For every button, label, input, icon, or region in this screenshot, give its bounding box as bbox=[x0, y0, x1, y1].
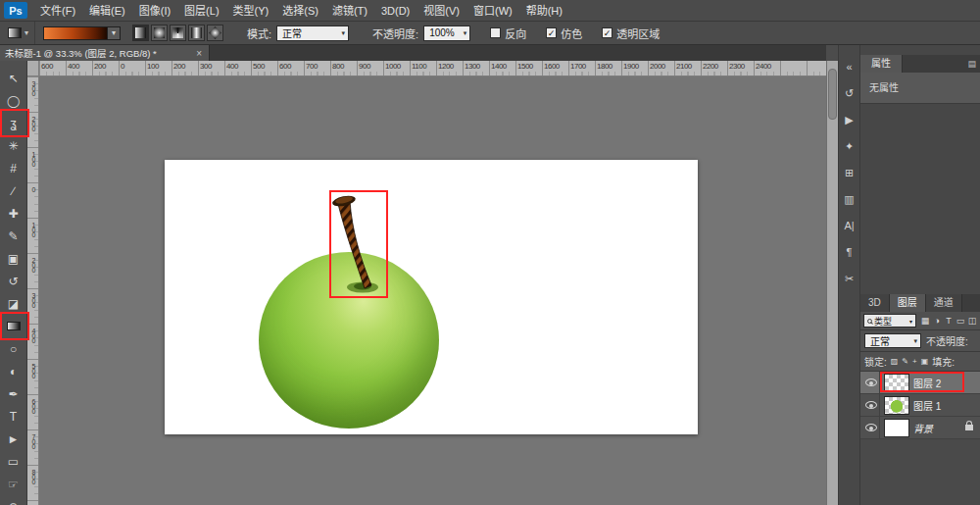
panel-menu-icon[interactable]: ▤ bbox=[962, 59, 980, 69]
checkbox-box[interactable]: ✓ bbox=[602, 27, 612, 38]
eyedropper-icon: ∕ bbox=[12, 184, 14, 198]
menu-item[interactable]: 视图(V) bbox=[416, 5, 466, 17]
gradient-preview[interactable] bbox=[43, 26, 108, 40]
zoom-tool[interactable]: ⊙ bbox=[0, 495, 26, 505]
menu-item[interactable]: 图像(I) bbox=[132, 5, 177, 17]
eyedropper-tool[interactable]: ∕ bbox=[0, 179, 26, 202]
artboard[interactable] bbox=[165, 160, 698, 434]
collapse-dock-icon[interactable]: « bbox=[840, 57, 859, 76]
tab-3d[interactable]: 3D bbox=[860, 294, 890, 312]
lock-transparency-icon[interactable]: ▨ bbox=[891, 357, 899, 366]
menu-item[interactable]: 文件(F) bbox=[33, 5, 82, 17]
reverse-checkbox[interactable]: 反向 bbox=[490, 25, 526, 41]
layer-row[interactable]: 图层 2 bbox=[860, 372, 980, 394]
linear-gradient-button[interactable] bbox=[132, 25, 149, 41]
ruler-label: 1300 bbox=[465, 62, 480, 71]
ruler-label: 2300 bbox=[729, 62, 745, 71]
ruler-label: 400 bbox=[68, 62, 79, 71]
menu-item[interactable]: 帮助(H) bbox=[519, 5, 569, 17]
blend-mode-select[interactable]: 正常 ▾ bbox=[864, 333, 921, 348]
gradient-picker-arrow[interactable]: ▾ bbox=[108, 26, 121, 40]
clone-source-icon[interactable]: ⊞ bbox=[840, 163, 859, 182]
tool-preset-picker[interactable]: ▾ bbox=[2, 22, 35, 44]
shape-tool[interactable]: ▭ bbox=[0, 450, 26, 473]
dodge-tool[interactable]: ◐ bbox=[0, 360, 26, 382]
history-icon[interactable]: ↺ bbox=[840, 83, 859, 103]
actions-icon[interactable]: ▶ bbox=[840, 110, 859, 129]
shape-filter-icon[interactable]: ▭ bbox=[955, 316, 966, 326]
lock-position-icon[interactable]: + bbox=[912, 357, 917, 366]
layer-thumbnail[interactable] bbox=[884, 419, 909, 437]
paragraph-icon[interactable]: ¶ bbox=[840, 242, 859, 262]
visibility-toggle[interactable] bbox=[862, 394, 880, 417]
path-selection-tool[interactable]: ► bbox=[0, 428, 26, 450]
horizontal-ruler: 6004002000100200300400500600700800900100… bbox=[39, 61, 826, 76]
type-filter-icon[interactable]: T bbox=[943, 316, 955, 326]
menu-item[interactable]: 选择(S) bbox=[275, 5, 325, 17]
filter-icons: ▦◑T▭◫ bbox=[919, 316, 978, 326]
brush-tool[interactable]: ✎ bbox=[0, 225, 26, 247]
filter-kind-select[interactable]: 类型 ▾ bbox=[863, 314, 916, 328]
diamond-gradient-button[interactable] bbox=[207, 25, 223, 41]
checkbox-box[interactable] bbox=[490, 27, 501, 38]
hand-tool[interactable]: ☞ bbox=[0, 473, 26, 495]
styles-icon[interactable]: ✦ bbox=[840, 136, 859, 156]
clone-stamp-tool[interactable]: ▣ bbox=[0, 247, 26, 270]
ruler-label: 1400 bbox=[491, 62, 507, 71]
ruler-label: 700 bbox=[29, 433, 37, 448]
menu-item[interactable]: 图层(L) bbox=[177, 5, 225, 17]
histogram-icon[interactable]: ▥ bbox=[840, 189, 859, 209]
quick-selection-tool[interactable]: ✳ bbox=[0, 134, 26, 157]
layer-row[interactable]: 背景 bbox=[860, 417, 980, 439]
quick-selection-icon: ✳ bbox=[8, 139, 18, 153]
menu-item[interactable]: 编辑(E) bbox=[82, 5, 132, 17]
pen-tool[interactable]: ✒ bbox=[0, 382, 26, 405]
adjustment-filter-icon[interactable]: ◑ bbox=[931, 316, 943, 326]
scissors-icon[interactable]: ✂ bbox=[840, 269, 859, 288]
blur-tool[interactable]: ○ bbox=[0, 337, 26, 360]
blend-mode-value: 正常 bbox=[870, 333, 890, 348]
menu-item[interactable]: 3D(D) bbox=[374, 5, 416, 17]
move-tool[interactable]: ↖ bbox=[0, 67, 26, 89]
angle-gradient-button[interactable] bbox=[170, 25, 186, 41]
reflected-gradient-button[interactable] bbox=[188, 25, 205, 41]
tab-channels[interactable]: 通道 bbox=[926, 294, 962, 312]
type-tool[interactable]: T bbox=[0, 405, 26, 428]
lock-all-icon[interactable]: ▣ bbox=[921, 357, 929, 366]
smart-object-filter-icon[interactable]: ◫ bbox=[966, 316, 978, 326]
layer-thumbnail[interactable] bbox=[884, 396, 909, 415]
transparency-checkbox[interactable]: ✓透明区域 bbox=[602, 25, 660, 41]
layer-thumbnail[interactable] bbox=[884, 374, 909, 392]
mode-select[interactable]: 正常 ▾ bbox=[276, 25, 349, 41]
hand-icon: ☞ bbox=[8, 478, 19, 491]
pixel-filter-icon[interactable]: ▦ bbox=[919, 316, 931, 326]
checkbox-box[interactable]: ✓ bbox=[546, 27, 557, 38]
healing-brush-tool[interactable]: ✚ bbox=[0, 202, 26, 225]
lasso-tool[interactable]: ʓ bbox=[0, 112, 26, 134]
character-icon[interactable]: A| bbox=[840, 216, 859, 235]
visibility-toggle[interactable] bbox=[862, 417, 880, 439]
vertical-scrollbar[interactable] bbox=[826, 61, 838, 505]
document-tab[interactable]: 未标题-1 @ 33.3% (图层 2, RGB/8) * × bbox=[0, 45, 210, 61]
dither-checkbox[interactable]: ✓仿色 bbox=[546, 25, 582, 41]
lock-pixels-icon[interactable]: ✎ bbox=[902, 357, 908, 366]
filter-kind-label: 类型 bbox=[874, 315, 892, 328]
canvas-area[interactable] bbox=[39, 76, 826, 505]
ruler-label: 200 bbox=[29, 116, 37, 130]
scrollbar-thumb[interactable] bbox=[828, 69, 837, 120]
tab-properties[interactable]: 属性 bbox=[860, 55, 903, 73]
tab-layers[interactable]: 图层 bbox=[890, 294, 926, 312]
radial-gradient-button[interactable] bbox=[151, 25, 168, 41]
crop-tool[interactable]: # bbox=[0, 157, 26, 179]
menu-item[interactable]: 窗口(W) bbox=[466, 5, 519, 17]
visibility-toggle[interactable] bbox=[862, 372, 880, 394]
menu-item[interactable]: 滤镜(T) bbox=[325, 5, 374, 17]
close-icon[interactable]: × bbox=[194, 48, 204, 59]
layer-row[interactable]: 图层 1 bbox=[860, 394, 980, 417]
angle-gradient-icon bbox=[172, 27, 183, 38]
history-brush-tool[interactable]: ↺ bbox=[0, 270, 26, 292]
gradient-tool[interactable] bbox=[0, 315, 26, 337]
menu-bar: 文件(F)编辑(E)图像(I)图层(L)类型(Y)选择(S)滤镜(T)3D(D)… bbox=[33, 0, 569, 22]
opacity-select[interactable]: 100% ▾ bbox=[423, 25, 470, 41]
menu-item[interactable]: 类型(Y) bbox=[226, 5, 276, 17]
